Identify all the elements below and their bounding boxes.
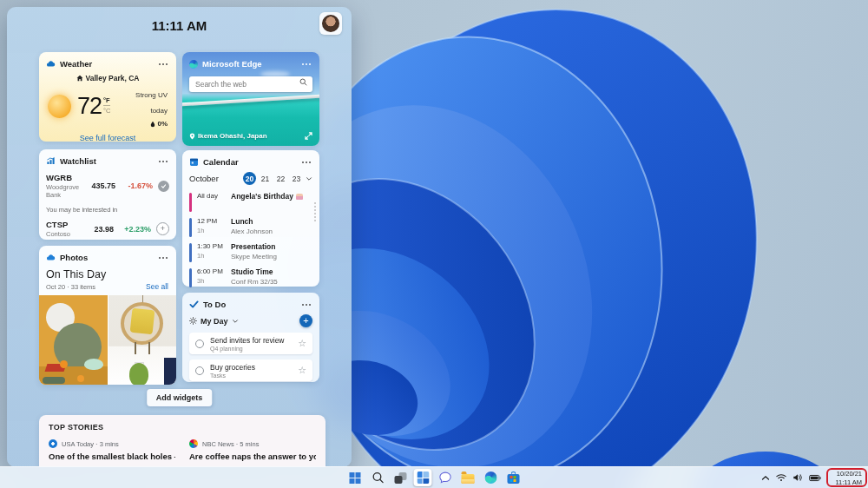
weather-location: Valley Park, CA <box>86 74 140 82</box>
calendar-event[interactable]: 6:00 PM3h Studio TimeConf Rm 32/35 <box>189 267 312 287</box>
task-subtitle: Q4 planning <box>210 346 285 352</box>
top-stories-heading: TOP STORIES <box>49 423 316 432</box>
store-bag-icon <box>507 474 519 484</box>
chevron-down-icon[interactable] <box>306 175 312 182</box>
event-title: Lunch <box>231 217 273 226</box>
edge-logo-icon <box>189 60 198 69</box>
calendar-date-20[interactable]: 20 <box>243 172 256 185</box>
sunny-icon <box>48 95 71 118</box>
stock-change: -1.67% <box>122 181 153 190</box>
search-icon <box>299 78 307 86</box>
task-subtitle: Tasks <box>210 373 255 379</box>
tray-chevron-up-icon[interactable] <box>761 474 770 482</box>
calendar-event[interactable]: All day Angela's Birthday <box>189 192 312 212</box>
task-view-button[interactable] <box>391 469 410 486</box>
news-story[interactable]: NBC News · 5 mins Are coffee naps the an… <box>189 439 316 461</box>
battery-icon[interactable] <box>809 474 821 482</box>
event-color-bar <box>189 193 192 212</box>
calendar-date-21[interactable]: 21 <box>259 172 272 185</box>
clock-date: 10/20/21 <box>835 470 862 478</box>
photos-more-options-icon[interactable] <box>157 254 169 261</box>
birthday-cake-icon <box>296 194 303 200</box>
expand-icon[interactable] <box>305 132 312 140</box>
event-subtitle: Conf Rm 32/35 <box>231 278 278 286</box>
event-duration: 1h <box>197 227 226 234</box>
stock-row[interactable]: WGRB Woodgrove Bank 435.75 -1.67% <box>46 173 169 199</box>
microsoft-store-button[interactable] <box>504 469 523 486</box>
calendar-event[interactable]: 1:30 PM1h PresentationSkype Meeting <box>189 242 312 262</box>
widgets-icon <box>416 471 430 485</box>
stock-symbol: WGRB <box>46 173 91 182</box>
search-input[interactable] <box>189 76 312 92</box>
task-checkbox[interactable] <box>195 366 204 375</box>
windows-logo-icon <box>350 472 361 484</box>
task-checkbox[interactable] <box>195 340 204 348</box>
story-headline: Are coffee naps the answer to your <box>189 452 316 461</box>
star-icon[interactable]: ☆ <box>298 366 306 375</box>
top-stories-card: TOP STORIES USA Today · 3 mins One of th… <box>39 415 326 467</box>
see-full-forecast-link[interactable]: See full forecast <box>46 134 169 142</box>
desktop: 11:11 AM Weather Valley Park, CA 72 °F <box>0 0 868 488</box>
news-story[interactable]: USA Today · 3 mins One of the smallest b… <box>49 439 175 461</box>
edge-browser-button[interactable] <box>482 469 500 486</box>
event-title: Studio Time <box>231 267 278 276</box>
todo-check-icon <box>189 300 199 309</box>
event-color-bar <box>189 218 192 237</box>
weather-precipitation: 0% <box>157 120 168 128</box>
volume-icon[interactable] <box>792 473 803 482</box>
avatar <box>322 15 339 32</box>
calendar-widget[interactable]: Calendar October 20 21 22 23 All day Ang… <box>182 150 319 287</box>
chat-button[interactable] <box>437 469 455 486</box>
calendar-date-23[interactable]: 23 <box>290 172 303 185</box>
todo-widget[interactable]: To Do My Day + Send invites for reviewQ4… <box>182 293 319 382</box>
see-all-link[interactable]: See all <box>146 282 168 291</box>
unit-celsius[interactable]: °C <box>103 106 110 115</box>
todo-more-options-icon[interactable] <box>300 301 312 308</box>
calendar-title: Calendar <box>203 157 239 167</box>
task-item[interactable]: Send invites for reviewQ4 planning ☆ <box>189 333 312 354</box>
wifi-icon[interactable] <box>776 473 786 482</box>
event-subtitle: Skype Meeting <box>231 253 277 260</box>
weather-widget[interactable]: Weather Valley Park, CA 72 °F °C Strong … <box>39 52 176 142</box>
taskbar-clock[interactable]: 10/20/21 11:11 AM <box>835 470 862 486</box>
search-button[interactable] <box>369 469 387 486</box>
stock-company: Woodgrove Bank <box>46 183 91 199</box>
bridge-photo-decoration <box>182 93 319 107</box>
star-icon[interactable]: ☆ <box>298 339 306 348</box>
watchlist-widget[interactable]: Watchlist WGRB Woodgrove Bank 435.75 -1.… <box>39 149 176 240</box>
stock-price: 435.75 <box>91 181 115 190</box>
weather-title: Weather <box>60 59 92 69</box>
weather-more-options-icon[interactable] <box>157 61 169 68</box>
weather-condition: Strong UV today <box>135 91 168 115</box>
add-widgets-button[interactable]: Add widgets <box>147 389 213 406</box>
photos-title: Photos <box>60 253 88 262</box>
photos-widget[interactable]: Photos On This Day Oct 20 · 33 items See… <box>39 246 176 385</box>
edge-widget[interactable]: Microsoft Edge Ikema Ohashi, Japan <box>182 52 319 146</box>
calendar-icon <box>189 157 199 167</box>
watchlist-added-icon[interactable] <box>158 181 169 192</box>
photo-thumbnail[interactable] <box>39 295 108 385</box>
calendar-date-22[interactable]: 22 <box>274 172 287 185</box>
profile-button[interactable] <box>319 12 342 35</box>
add-task-button[interactable]: + <box>299 314 312 327</box>
stock-price: 23.98 <box>94 225 114 234</box>
task-item[interactable]: Buy groceriesTasks ☆ <box>189 359 312 381</box>
weather-cloud-icon <box>46 59 56 69</box>
watchlist-add-icon[interactable]: + <box>156 222 169 235</box>
file-explorer-button[interactable] <box>459 469 477 486</box>
calendar-event[interactable]: 12 PM1h LunchAlex Johnson <box>189 217 312 237</box>
unit-fahrenheit[interactable]: °F <box>103 96 110 106</box>
photo-thumbnail[interactable] <box>108 295 177 385</box>
chevron-down-icon[interactable] <box>232 318 239 325</box>
watchlist-more-options-icon[interactable] <box>157 158 169 165</box>
calendar-scrollbar[interactable] <box>314 202 316 221</box>
panel-clock: 11:11 AM <box>7 18 352 33</box>
widgets-button[interactable] <box>414 469 432 486</box>
todo-list-selector[interactable]: My Day <box>201 317 228 326</box>
photos-heading: On This Day <box>46 268 176 280</box>
edge-more-options-icon[interactable] <box>300 61 312 68</box>
droplet-icon <box>150 121 155 128</box>
calendar-more-options-icon[interactable] <box>300 159 312 166</box>
stock-row[interactable]: CTSP Contoso 23.98 +2.23% + <box>46 220 169 238</box>
start-button[interactable] <box>346 469 365 486</box>
